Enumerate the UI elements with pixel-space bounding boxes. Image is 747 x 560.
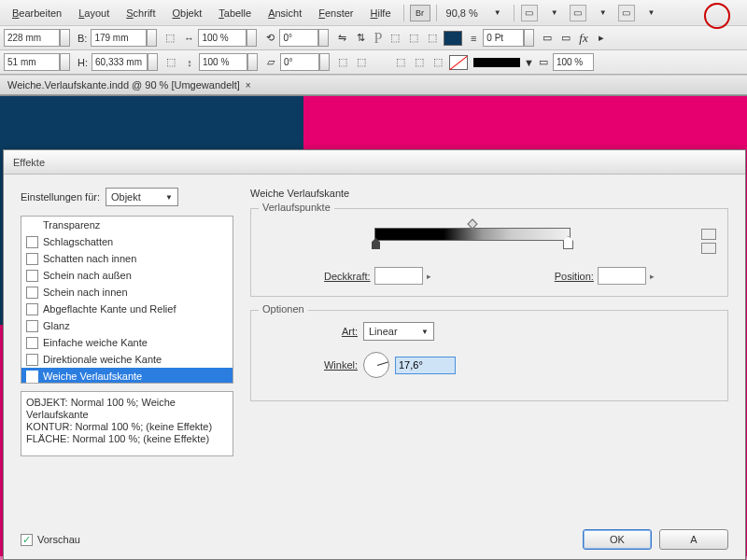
fill-swatch[interactable] (444, 31, 462, 46)
zoom-display[interactable]: 90,8 % (441, 7, 484, 19)
effect-outer-glow[interactable]: Schein nach außen (21, 267, 233, 284)
x-input[interactable]: 228 mm (4, 29, 60, 47)
effect-basic-feather[interactable]: Einfache weiche Kante (21, 334, 233, 351)
stroke-weight-input[interactable]: 0 Pt (483, 29, 524, 47)
angle-dial[interactable] (363, 352, 389, 378)
menu-table[interactable]: Tabelle (210, 4, 260, 22)
align-icon-2[interactable]: ⬚ (405, 30, 422, 47)
stroke-style[interactable] (473, 58, 520, 67)
shear-input[interactable]: 0° (280, 53, 319, 71)
position-input[interactable] (598, 267, 646, 285)
menu-object[interactable]: Objekt (163, 4, 210, 22)
opacity-input[interactable]: 100 % (553, 53, 594, 71)
effect-directional-feather[interactable]: Direktionale weiche Kante (21, 351, 233, 368)
menu-view[interactable]: Ansicht (260, 4, 310, 22)
width-label: B: (74, 33, 91, 44)
dist-icon-1[interactable]: ⬚ (392, 54, 409, 71)
preview-label: Vorschau (37, 534, 80, 545)
angle-label: Winkel: (318, 359, 358, 371)
reverse-gradient-icon[interactable] (701, 229, 716, 240)
tool-icon-1[interactable]: ⬚ (334, 54, 351, 71)
rotate-input[interactable]: 0° (279, 29, 318, 47)
menu-help[interactable]: Hilfe (362, 4, 400, 22)
screen-mode-icon[interactable]: ▭ (570, 5, 586, 21)
link-icon[interactable]: ⬚ (162, 30, 178, 47)
position-label: Position: (555, 271, 594, 282)
panel-menu-icon[interactable]: ▸ (593, 30, 610, 47)
menu-layout[interactable]: Layout (70, 4, 118, 22)
align-icon-1[interactable]: ⬚ (387, 30, 403, 47)
flip-h-icon[interactable]: ⇋ (333, 30, 350, 47)
tool-icon-2[interactable]: ⬚ (353, 54, 370, 71)
shear-icon: ▱ (262, 54, 279, 71)
effect-inner-shadow[interactable]: Schatten nach innen (21, 250, 233, 267)
height-input[interactable]: 60,333 mm (92, 53, 148, 71)
flip-v-icon[interactable]: ⇅ (352, 30, 369, 47)
menu-font[interactable]: Schrift (118, 4, 163, 22)
effect-transparency[interactable]: Transparenz (21, 217, 233, 233)
effect-satin[interactable]: Glanz (21, 317, 233, 334)
tab-label: Weiche.Verlaufskante.indd @ 90 % [Umgewa… (7, 79, 240, 91)
effect-gradient-feather[interactable]: Weiche Verlaufskante (21, 368, 233, 384)
gradient-stops-group: Verlaufspunkte Deckkraft:▸ Position:▸ (250, 208, 728, 297)
settings-for-label: Einstellungen für: (21, 191, 100, 203)
gradient-ramp[interactable] (374, 228, 571, 241)
effects-dialog: Effekte Einstellungen für: Objekt▼ Trans… (3, 149, 746, 560)
dist-icon-2[interactable]: ⬚ (411, 54, 428, 71)
tab-close-icon[interactable]: × (246, 80, 251, 91)
width-input[interactable]: 179 mm (91, 29, 147, 47)
preview-checkbox[interactable] (21, 534, 33, 546)
rotate-icon: ⟲ (261, 30, 278, 47)
scale-y-input[interactable]: 100 % (199, 53, 247, 71)
paragraph-icon[interactable]: P (370, 30, 386, 47)
scale-x-input[interactable]: 100 % (198, 29, 247, 47)
gradient-tool-icon[interactable] (701, 243, 716, 254)
preview-icon[interactable]: ▭ (539, 30, 556, 47)
dialog-title: Effekte (4, 150, 745, 175)
scale-x-icon: ↔ (180, 30, 197, 47)
mode-icon[interactable]: ▭ (557, 30, 574, 47)
menu-window[interactable]: Fenster (310, 4, 361, 22)
position-arrow-icon[interactable]: ▸ (650, 272, 655, 281)
constrain-icon[interactable]: ⬚ (162, 54, 179, 71)
opacity-label: Deckkraft: (324, 271, 371, 282)
align-icon-3[interactable]: ⬚ (424, 30, 441, 47)
menu-bar: BBearbeitenearbeiten Layout Schrift Obje… (0, 0, 747, 26)
control-bar-2: 51 mm H: 60,333 mm ⬚ ↕ 100 % ▱ 0° ⬚ ⬚ ⬚ … (0, 50, 747, 75)
opacity-icon[interactable]: ▭ (535, 54, 552, 71)
gradient-stops-legend: Verlaufspunkte (259, 202, 334, 213)
effect-bevel[interactable]: Abgeflachte Kante und Relief (21, 301, 233, 317)
effect-summary: OBJEKT: Normal 100 %; Weiche Verlaufskan… (21, 391, 233, 456)
type-dropdown[interactable]: Linear▼ (363, 322, 434, 341)
fx-button[interactable]: fx (579, 31, 587, 46)
dist-icon-3[interactable]: ⬚ (430, 54, 446, 71)
scale-y-icon: ↕ (181, 54, 198, 71)
view-mode-icon[interactable]: ▭ (521, 5, 538, 21)
height-label: H: (74, 57, 92, 68)
zoom-dropdown-icon[interactable]: ▼ (486, 5, 510, 21)
cancel-button[interactable]: A (659, 529, 728, 550)
ok-button[interactable]: OK (583, 529, 652, 550)
options-group: Optionen Art: Linear▼ Winkel: 17,6° (250, 310, 728, 401)
opacity-arrow-icon[interactable]: ▸ (427, 272, 431, 281)
x-stepper[interactable] (60, 29, 70, 47)
settings-for-dropdown[interactable]: Objekt▼ (106, 188, 178, 206)
panel-heading: Weiche Verlaufskante (250, 188, 728, 199)
stroke-none-swatch[interactable] (449, 55, 468, 70)
options-legend: Optionen (259, 303, 308, 315)
effect-list: Transparenz Schlagschatten Schatten nach… (21, 216, 233, 384)
type-label: Art: (318, 326, 358, 337)
gradient-midpoint-icon[interactable] (467, 218, 477, 229)
stroke-weight-icon: ≡ (465, 30, 482, 47)
effect-inner-glow[interactable]: Schein nach innen (21, 284, 233, 301)
bridge-icon[interactable]: Br (410, 5, 430, 21)
y-input[interactable]: 51 mm (4, 53, 60, 71)
menu-edit[interactable]: BBearbeitenearbeiten (4, 4, 70, 22)
effect-drop-shadow[interactable]: Schlagschatten (21, 233, 233, 250)
document-tab[interactable]: Weiche.Verlaufskante.indd @ 90 % [Umgewa… (0, 75, 747, 95)
control-bar-1: 228 mm B: 179 mm ⬚ ↔ 100 % ⟲ 0° ⇋ ⇅ P ⬚ … (0, 26, 747, 50)
opacity-input[interactable] (374, 267, 423, 285)
arrange-icon[interactable]: ▭ (618, 5, 635, 21)
angle-input[interactable]: 17,6° (395, 357, 456, 374)
